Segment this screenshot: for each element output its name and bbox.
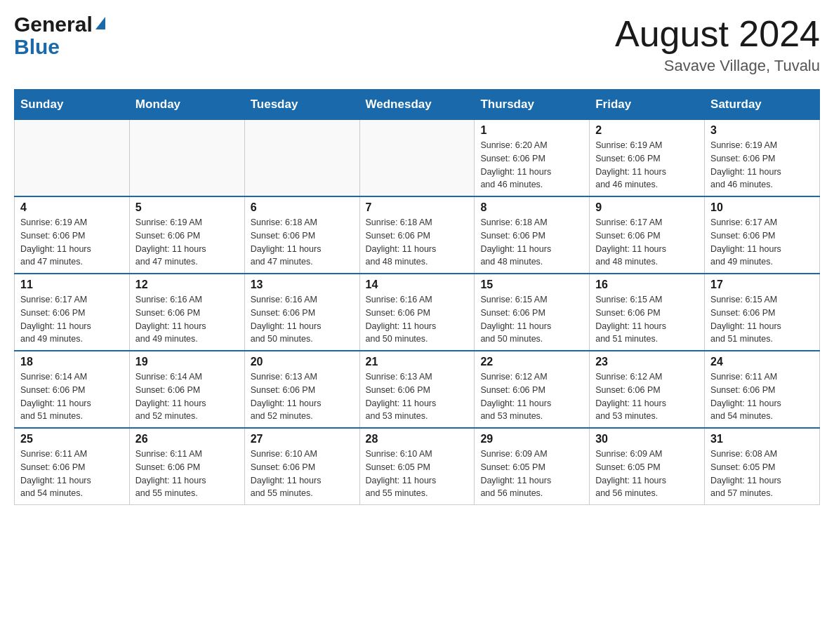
day-number: 2	[595, 124, 699, 137]
day-info: Sunrise: 6:13 AMSunset: 6:06 PMDaylight:…	[251, 370, 354, 423]
calendar-cell: 28Sunrise: 6:10 AMSunset: 6:05 PMDayligh…	[359, 428, 475, 505]
day-number: 20	[251, 356, 354, 368]
day-info: Sunrise: 6:10 AMSunset: 6:06 PMDaylight:…	[251, 448, 354, 500]
week-row-2: 4Sunrise: 6:19 AMSunset: 6:06 PMDaylight…	[15, 196, 820, 274]
calendar-cell: 12Sunrise: 6:16 AMSunset: 6:06 PMDayligh…	[129, 274, 244, 351]
calendar-cell: 15Sunrise: 6:15 AMSunset: 6:06 PMDayligh…	[475, 274, 590, 351]
day-info: Sunrise: 6:18 AMSunset: 6:06 PMDaylight:…	[251, 216, 354, 269]
title-section: August 2024 Savave Village, Tuvalu	[615, 14, 820, 75]
day-number: 17	[710, 279, 814, 291]
calendar-cell: 25Sunrise: 6:11 AMSunset: 6:06 PMDayligh…	[15, 428, 130, 505]
day-info: Sunrise: 6:16 AMSunset: 6:06 PMDaylight:…	[251, 293, 354, 346]
calendar-cell: 22Sunrise: 6:12 AMSunset: 6:06 PMDayligh…	[475, 351, 590, 428]
location-text: Savave Village, Tuvalu	[615, 57, 820, 75]
calendar-cell: 4Sunrise: 6:19 AMSunset: 6:06 PMDaylight…	[15, 196, 130, 274]
weekday-header-row: SundayMondayTuesdayWednesdayThursdayFrid…	[15, 90, 820, 119]
day-info: Sunrise: 6:15 AMSunset: 6:06 PMDaylight:…	[710, 293, 814, 346]
day-info: Sunrise: 6:19 AMSunset: 6:06 PMDaylight:…	[710, 139, 814, 192]
calendar-cell: 17Sunrise: 6:15 AMSunset: 6:06 PMDayligh…	[705, 274, 820, 351]
calendar-cell: 20Sunrise: 6:13 AMSunset: 6:06 PMDayligh…	[244, 351, 359, 428]
day-info: Sunrise: 6:20 AMSunset: 6:06 PMDaylight:…	[480, 139, 583, 192]
calendar-cell: 26Sunrise: 6:11 AMSunset: 6:06 PMDayligh…	[129, 428, 244, 505]
weekday-header-friday: Friday	[590, 90, 705, 119]
day-info: Sunrise: 6:14 AMSunset: 6:06 PMDaylight:…	[20, 370, 124, 423]
day-info: Sunrise: 6:11 AMSunset: 6:06 PMDaylight:…	[20, 448, 124, 500]
calendar-cell: 24Sunrise: 6:11 AMSunset: 6:06 PMDayligh…	[705, 351, 820, 428]
logo: General Blue	[14, 14, 105, 58]
calendar-cell: 29Sunrise: 6:09 AMSunset: 6:05 PMDayligh…	[475, 428, 590, 505]
weekday-header-tuesday: Tuesday	[244, 90, 359, 119]
calendar-cell	[15, 119, 130, 196]
day-number: 9	[595, 201, 699, 214]
day-number: 29	[480, 433, 583, 445]
calendar-cell: 13Sunrise: 6:16 AMSunset: 6:06 PMDayligh…	[244, 274, 359, 351]
day-info: Sunrise: 6:17 AMSunset: 6:06 PMDaylight:…	[710, 216, 814, 269]
day-info: Sunrise: 6:12 AMSunset: 6:06 PMDaylight:…	[480, 370, 583, 423]
day-number: 21	[366, 356, 469, 368]
calendar-cell: 23Sunrise: 6:12 AMSunset: 6:06 PMDayligh…	[590, 351, 705, 428]
day-number: 31	[710, 433, 814, 445]
day-number: 10	[710, 201, 814, 214]
day-number: 28	[366, 433, 469, 445]
calendar-cell: 3Sunrise: 6:19 AMSunset: 6:06 PMDaylight…	[705, 119, 820, 196]
day-number: 27	[251, 433, 354, 445]
day-number: 16	[595, 279, 699, 291]
day-number: 23	[595, 356, 699, 368]
week-row-4: 18Sunrise: 6:14 AMSunset: 6:06 PMDayligh…	[15, 351, 820, 428]
calendar-cell: 31Sunrise: 6:08 AMSunset: 6:05 PMDayligh…	[705, 428, 820, 505]
day-number: 6	[251, 201, 354, 214]
day-number: 30	[595, 433, 699, 445]
week-row-3: 11Sunrise: 6:17 AMSunset: 6:06 PMDayligh…	[15, 274, 820, 351]
day-number: 25	[20, 433, 124, 445]
calendar-cell: 27Sunrise: 6:10 AMSunset: 6:06 PMDayligh…	[244, 428, 359, 505]
day-info: Sunrise: 6:09 AMSunset: 6:05 PMDaylight:…	[480, 448, 583, 500]
calendar-cell: 6Sunrise: 6:18 AMSunset: 6:06 PMDaylight…	[244, 196, 359, 274]
calendar-cell	[244, 119, 359, 196]
day-info: Sunrise: 6:19 AMSunset: 6:06 PMDaylight:…	[135, 216, 239, 269]
month-title: August 2024	[615, 14, 820, 54]
day-info: Sunrise: 6:10 AMSunset: 6:05 PMDaylight:…	[366, 448, 469, 500]
day-number: 5	[135, 201, 239, 214]
day-info: Sunrise: 6:18 AMSunset: 6:06 PMDaylight:…	[366, 216, 469, 269]
calendar-cell: 11Sunrise: 6:17 AMSunset: 6:06 PMDayligh…	[15, 274, 130, 351]
day-number: 15	[480, 279, 583, 291]
week-row-1: 1Sunrise: 6:20 AMSunset: 6:06 PMDaylight…	[15, 119, 820, 196]
day-info: Sunrise: 6:15 AMSunset: 6:06 PMDaylight:…	[595, 293, 699, 346]
day-number: 14	[366, 279, 469, 291]
day-info: Sunrise: 6:17 AMSunset: 6:06 PMDaylight:…	[595, 216, 699, 269]
page-header: General Blue August 2024 Savave Village,…	[14, 14, 820, 75]
week-row-5: 25Sunrise: 6:11 AMSunset: 6:06 PMDayligh…	[15, 428, 820, 505]
day-number: 3	[710, 124, 814, 137]
day-number: 24	[710, 356, 814, 368]
calendar-cell: 2Sunrise: 6:19 AMSunset: 6:06 PMDaylight…	[590, 119, 705, 196]
day-number: 1	[480, 124, 583, 137]
day-info: Sunrise: 6:19 AMSunset: 6:06 PMDaylight:…	[595, 139, 699, 192]
calendar-cell: 9Sunrise: 6:17 AMSunset: 6:06 PMDaylight…	[590, 196, 705, 274]
day-number: 13	[251, 279, 354, 291]
day-number: 11	[20, 279, 124, 291]
day-info: Sunrise: 6:12 AMSunset: 6:06 PMDaylight:…	[595, 370, 699, 423]
day-number: 18	[20, 356, 124, 368]
weekday-header-monday: Monday	[129, 90, 244, 119]
logo-blue-text: Blue	[14, 36, 60, 58]
day-info: Sunrise: 6:18 AMSunset: 6:06 PMDaylight:…	[480, 216, 583, 269]
calendar-cell: 5Sunrise: 6:19 AMSunset: 6:06 PMDaylight…	[129, 196, 244, 274]
day-number: 19	[135, 356, 239, 368]
day-info: Sunrise: 6:16 AMSunset: 6:06 PMDaylight:…	[366, 293, 469, 346]
calendar-cell: 21Sunrise: 6:13 AMSunset: 6:06 PMDayligh…	[359, 351, 475, 428]
calendar-cell: 30Sunrise: 6:09 AMSunset: 6:05 PMDayligh…	[590, 428, 705, 505]
day-number: 22	[480, 356, 583, 368]
calendar-cell: 16Sunrise: 6:15 AMSunset: 6:06 PMDayligh…	[590, 274, 705, 351]
day-info: Sunrise: 6:14 AMSunset: 6:06 PMDaylight:…	[135, 370, 239, 423]
day-info: Sunrise: 6:13 AMSunset: 6:06 PMDaylight:…	[366, 370, 469, 423]
weekday-header-saturday: Saturday	[705, 90, 820, 119]
calendar-cell: 19Sunrise: 6:14 AMSunset: 6:06 PMDayligh…	[129, 351, 244, 428]
day-info: Sunrise: 6:15 AMSunset: 6:06 PMDaylight:…	[480, 293, 583, 346]
calendar-cell: 8Sunrise: 6:18 AMSunset: 6:06 PMDaylight…	[475, 196, 590, 274]
logo-general-text: General	[14, 14, 93, 35]
calendar-cell: 7Sunrise: 6:18 AMSunset: 6:06 PMDaylight…	[359, 196, 475, 274]
calendar-cell	[129, 119, 244, 196]
weekday-header-wednesday: Wednesday	[359, 90, 475, 119]
day-number: 4	[20, 201, 124, 214]
day-info: Sunrise: 6:19 AMSunset: 6:06 PMDaylight:…	[20, 216, 124, 269]
